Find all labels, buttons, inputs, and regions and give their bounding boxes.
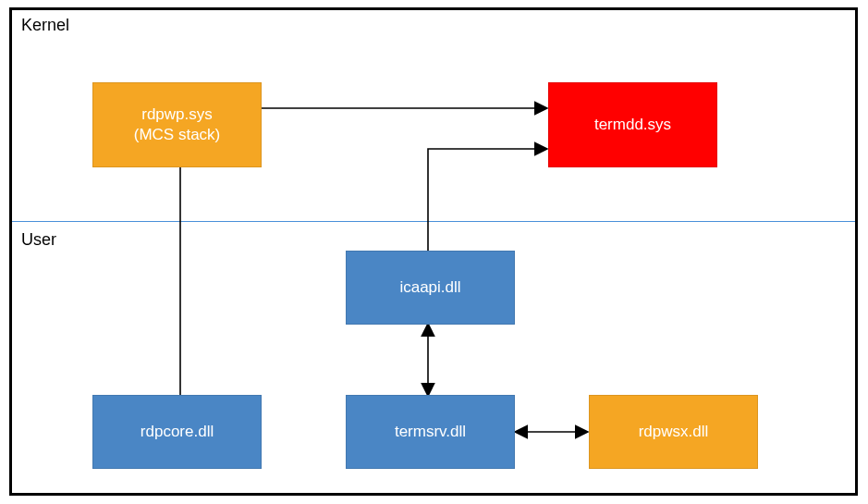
node-rdpcore-label: rdpcore.dll xyxy=(141,422,214,442)
node-icaapi-label: icaapi.dll xyxy=(399,277,460,298)
node-rdpcore: rdpcore.dll xyxy=(92,395,262,469)
diagram-frame: Kernel User rdpwp.sys(MCS stack) xyxy=(9,7,858,496)
node-rdpwp-label: rdpwp.sys(MCS stack) xyxy=(134,104,221,145)
kernel-section-label: Kernel xyxy=(21,16,69,35)
kernel-user-divider xyxy=(12,221,855,222)
node-termsrv-label: termsrv.dll xyxy=(395,422,466,442)
node-rdpwsx: rdpwsx.dll xyxy=(589,395,758,469)
diagram-canvas: Kernel User rdpwp.sys(MCS stack) xyxy=(0,0,868,504)
node-icaapi: icaapi.dll xyxy=(346,251,515,325)
edge-icaapi-termdd xyxy=(428,149,546,251)
node-termsrv: termsrv.dll xyxy=(346,395,515,469)
node-termdd-label: termdd.sys xyxy=(594,115,671,135)
user-section-label: User xyxy=(21,230,56,250)
node-termdd: termdd.sys xyxy=(548,82,717,167)
node-rdpwsx-label: rdpwsx.dll xyxy=(639,422,709,442)
node-rdpwp: rdpwp.sys(MCS stack) xyxy=(92,82,262,167)
